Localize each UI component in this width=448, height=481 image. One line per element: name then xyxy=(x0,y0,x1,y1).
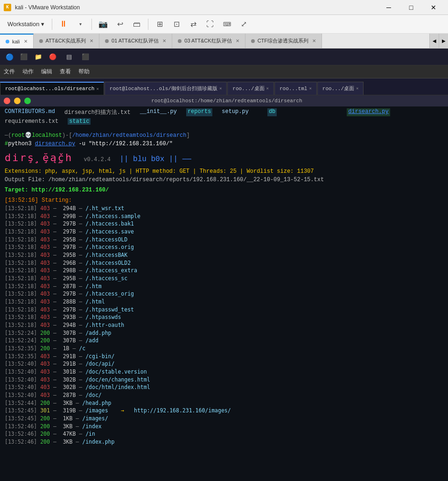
terminal-close-btn[interactable] xyxy=(4,98,10,104)
ctrlaltdel-button[interactable]: ⌨ xyxy=(219,17,234,32)
vm-tab-label-attck3: 03 ATT&CK红队评估 xyxy=(184,37,231,44)
file-reports: reports xyxy=(186,108,212,116)
scan-results-container: [13:52:18] 403 – 294B – /.ht_wsr.txt[13:… xyxy=(5,205,443,446)
scan-result-row: [13:52:24] 200 – 307B – /add.php xyxy=(5,329,443,337)
vm-tab-ctf[interactable]: CTF综合渗透实战系列 ✕ xyxy=(245,34,322,49)
scan-result-row: [13:52:18] 403 – 288B – /.html xyxy=(5,298,443,306)
term-tab-yujian[interactable]: root@locahost...ols/御剑后台扫描珍藏版 ✕ xyxy=(105,82,227,95)
logo-art: dirş̧̧̧ ḝą̧ç̌h xyxy=(5,152,73,163)
vm-tabs-prev[interactable]: ◀ xyxy=(429,34,439,49)
logo-version: v0.4.2.4 xyxy=(84,156,111,163)
minimize-button[interactable]: ─ xyxy=(378,0,399,15)
menu-edit[interactable]: 编辑 xyxy=(41,68,52,76)
vm-button[interactable]: ⊡ xyxy=(169,17,184,32)
snapshot-button[interactable]: 📷 xyxy=(96,17,111,32)
prompt-path: /home/zhian/redteamtools/dirsearch xyxy=(72,131,187,140)
vm-btn-6[interactable]: ⬛ xyxy=(79,50,92,64)
vm-tab-label-ctf: CTF综合渗透实战系列 xyxy=(258,37,308,44)
vm-btn-1[interactable]: 🔵 xyxy=(3,50,16,64)
prompt-dollar: # xyxy=(5,140,8,148)
scan-result-row: [13:52:44] 200 – 3KB – /head.php xyxy=(5,399,443,407)
terminal-content[interactable]: ─(root💀localhost)-[/home/zhian/redteamto… xyxy=(0,127,448,481)
vm-tab-close-attck3[interactable]: ✕ xyxy=(236,38,239,43)
menu-view[interactable]: 查看 xyxy=(60,68,71,76)
pause-dropdown-icon: ▾ xyxy=(79,21,82,27)
workstation-menu[interactable]: Workstation ▾ xyxy=(4,19,48,29)
snapshot-mgr-button[interactable]: 🗃 xyxy=(129,17,144,32)
term-tab-desktop1[interactable]: roo.../桌面 ✕ xyxy=(227,82,274,95)
pause-button[interactable]: ⏸ xyxy=(56,17,71,32)
vm-tab-kali[interactable]: kali ✕ xyxy=(0,34,34,49)
terminal-window-controls xyxy=(4,98,31,104)
file-contributors: CONTRIBUTORS.md xyxy=(5,108,55,116)
term-tab-close-tml[interactable]: ✕ xyxy=(309,86,311,91)
vm-tab-status-kali xyxy=(6,40,9,43)
vm-btn-4[interactable]: 🔴 xyxy=(46,50,59,64)
file-db: db xyxy=(267,108,277,116)
fit-button[interactable]: ⤢ xyxy=(236,17,251,32)
dirsearch-logo: dirş̧̧̧ ḝą̧ç̌h v0.4.2.4 || blu b0x || … xyxy=(5,148,443,167)
window-controls: ─ □ ✕ xyxy=(378,0,444,15)
title-bar: K kali - VMware Workstation ─ □ ✕ xyxy=(0,0,448,15)
enter-fullscreen-button[interactable]: ⛶ xyxy=(203,17,217,32)
vm-btn-3[interactable]: 📁 xyxy=(32,50,45,64)
vm-tab-attck2[interactable]: 01 ATT&CK红队评估 ✕ xyxy=(99,34,172,49)
vm-btn-3-icon: 📁 xyxy=(35,53,42,60)
vm-content-area: 🔵 ⬛ 📁 🔴 ▤ ⬛ 文件 动作 编辑 查看 帮助 xyxy=(0,49,448,481)
vmware-toolbar: Workstation ▾ ⏸ ▾ 📷 ↩ 🗃 ⊞ ⊡ ⇄ ⛶ ⌨ ⤢ xyxy=(0,15,448,34)
window-title: kali - VMware Workstation xyxy=(15,4,378,11)
vm-icon: ⊡ xyxy=(174,20,180,28)
vm-tab-label-attck2: 01 ATT&CK红队评估 xyxy=(112,37,159,44)
term-tab-desktop2[interactable]: roo.../桌面 ✕ xyxy=(317,82,364,95)
term-tab-close-desktop2[interactable]: ✕ xyxy=(356,86,358,91)
vm-btn-2[interactable]: ⬛ xyxy=(17,50,30,64)
terminal-min-btn[interactable] xyxy=(14,98,21,104)
terminal-titlebar: root@localhost:/home/zhian/redteamtools/… xyxy=(0,95,448,106)
term-tab-dirsearch[interactable]: root@locahost...ols/dirsearch ✕ xyxy=(0,82,104,95)
vm-tab-attck3[interactable]: 03 ATT&CK红队评估 ✕ xyxy=(172,34,245,49)
vm-btn-1-icon: 🔵 xyxy=(6,53,14,61)
target-text: Target: http://192.168.231.160/ xyxy=(5,186,443,194)
menu-file[interactable]: 文件 xyxy=(4,68,15,76)
vm-btn-5[interactable]: ▤ xyxy=(61,50,77,64)
file-scan-method: dirsearch扫描方法.txt xyxy=(64,108,131,116)
scan-result-row: [13:52:35] 200 – 1B – /c xyxy=(5,345,443,353)
file-static: static xyxy=(68,118,91,125)
vm-tab-close-ctf[interactable]: ✕ xyxy=(312,38,316,43)
vm-tab-close-attck2[interactable]: ✕ xyxy=(162,38,166,43)
view-button[interactable]: ⊞ xyxy=(152,17,167,32)
term-tab-close-yujian[interactable]: ✕ xyxy=(219,86,222,91)
vm-btn-5-icon: ▤ xyxy=(66,53,72,60)
menu-action[interactable]: 动作 xyxy=(22,68,34,76)
terminal-max-btn[interactable] xyxy=(24,98,31,104)
term-tab-tml[interactable]: roo...tml ✕ xyxy=(274,82,317,95)
share-button[interactable]: ⇄ xyxy=(186,17,201,32)
close-button[interactable]: ✕ xyxy=(423,0,444,15)
snapshot-mgr-icon: 🗃 xyxy=(133,20,140,28)
scan-result-row: [13:52:46] 200 – 3KB – /index xyxy=(5,423,443,431)
vm-tab-close-kali[interactable]: ✕ xyxy=(24,39,28,44)
vm-tab-attck1[interactable]: ATT&CK实战系列 ✕ xyxy=(34,34,100,49)
terminal-title-text: root@localhost:/home/zhian/redteamtools/… xyxy=(151,98,302,104)
file-requirements: requirements.txt xyxy=(5,118,58,125)
scan-result-row: [13:52:35] 403 – 291B – /cgi-bin/ xyxy=(5,353,443,361)
menu-help[interactable]: 帮助 xyxy=(78,68,90,76)
dropdown-icon: ▾ xyxy=(41,21,44,28)
file-setup: setup.py xyxy=(222,108,249,116)
scan-result-row: [13:52:18] 403 – 299B – /.htaccess.sampl… xyxy=(5,212,443,220)
pause-dropdown-button[interactable]: ▾ xyxy=(73,17,88,32)
term-tab-close-desktop1[interactable]: ✕ xyxy=(266,86,269,91)
revert-button[interactable]: ↩ xyxy=(112,17,127,32)
scan-result-row: [13:52:46] 200 – 47KB – /in xyxy=(5,430,443,438)
scan-output-line: Output File: /home/zhian/redteamtools/di… xyxy=(5,176,443,184)
vm-tabs-next[interactable]: ▶ xyxy=(439,34,448,49)
maximize-button[interactable]: □ xyxy=(400,0,422,15)
scan-result-row: [13:52:45] 200 – 1KB – /images/ xyxy=(5,415,443,423)
scan-result-row: [13:52:18] 403 – 287B – /.htm xyxy=(5,283,443,290)
term-tab-close-dirsearch[interactable]: ✕ xyxy=(96,86,98,92)
vm-tab-close-attck1[interactable]: ✕ xyxy=(90,38,93,43)
revert-icon: ↩ xyxy=(117,20,123,28)
term-tab-label-tml: roo...tml xyxy=(280,86,307,92)
toolbar-separator-2 xyxy=(91,19,92,30)
scan-result-row: [13:52:18] 403 – 295B – /.htaccess_sc xyxy=(5,275,443,283)
